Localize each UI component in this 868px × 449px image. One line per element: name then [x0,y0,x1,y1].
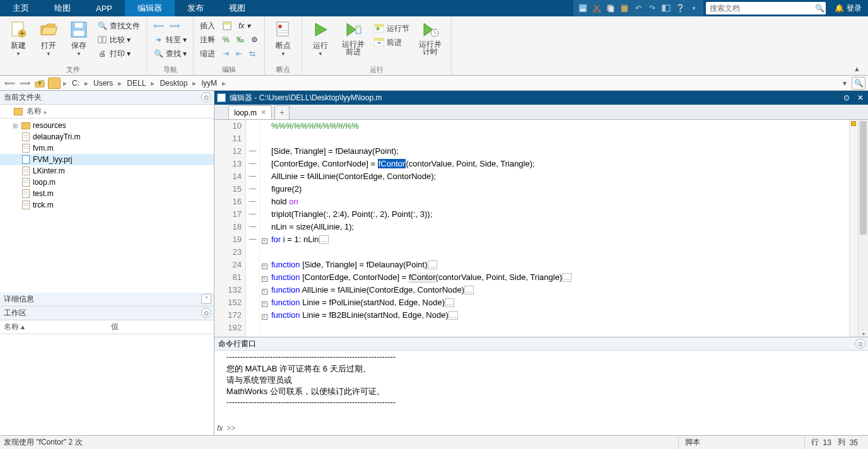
ws-col-name[interactable]: 名称 ▴ [0,320,107,334]
history-back-icon[interactable]: ⟸ [3,77,16,90]
search-input[interactable] [706,3,813,14]
file-tab-loop[interactable]: loop.m ✕ [228,105,272,119]
save-icon[interactable] [576,1,590,15]
folder-icon[interactable] [48,78,61,89]
message-bar[interactable] [849,120,858,337]
crumb-users[interactable]: Users [91,79,115,88]
up-folder-icon[interactable] [33,77,47,90]
goto-button[interactable]: ➜转至 ▾ [151,33,189,47]
file-item[interactable]: trck.m [0,199,214,211]
crumb-dell[interactable]: DELL [124,79,148,88]
scrollbar-thumb[interactable] [860,121,867,235]
fx-prompt-icon[interactable]: fx [217,424,223,433]
save-button[interactable]: 保存▼ [64,18,93,57]
details-collapse-icon[interactable]: ˄ [201,294,211,304]
section-icon[interactable] [223,21,232,30]
cmd-menu-icon[interactable]: ⊙ [855,339,865,349]
bell-icon[interactable]: 🔔 [835,4,844,13]
file-item[interactable]: loop.m [0,177,214,188]
undo-icon[interactable]: ↶ [631,1,645,15]
search-icon[interactable]: 🔍 [813,4,826,13]
file-item[interactable]: test.m [0,188,214,199]
tab-apps[interactable]: APP [83,0,125,16]
gear-icon[interactable]: ⚙ [251,35,258,44]
editor-menu-icon[interactable]: ⊙ [842,93,852,103]
run-button[interactable]: 运行▼ [306,18,335,57]
tab-view[interactable]: 视图 [216,0,258,16]
fold-toggle-icon[interactable]: + [262,264,267,269]
panel-menu-icon[interactable]: ⊙ [201,92,211,102]
fold-toggle-icon[interactable]: + [262,238,267,244]
file-item[interactable]: LKinter.m [0,165,214,177]
run-section-button[interactable]: 运行节 [372,21,412,35]
fold-gutter[interactable]: ++++++ [260,120,269,337]
editor-close-icon[interactable]: ✕ [855,93,865,103]
current-folder-header[interactable]: 当前文件夹 ⊙ [0,91,214,105]
insert-button[interactable]: 插入 fx ▾ [197,19,261,33]
help-icon[interactable]: ❔ [673,1,687,15]
file-item[interactable]: fvm.m [0,143,214,154]
vertical-scrollbar[interactable] [858,120,868,337]
workspace-header[interactable]: 工作区 ⊙ [0,306,214,320]
advance-button[interactable]: 前进 [372,35,412,49]
file-item[interactable]: ⊞resources [0,120,214,131]
code-area[interactable]: 10111213141516171819232481132152172192 —… [214,120,868,337]
redo-icon[interactable]: ↷ [645,1,659,15]
command-window[interactable]: ----------------------------------------… [214,351,868,421]
indent-right-icon[interactable]: ⇥ [223,49,229,58]
workspace-body[interactable] [0,334,214,435]
compare-button[interactable]: 比较 ▾ [95,33,143,47]
run-advance-button[interactable]: 运行并 前进 [336,18,370,55]
file-item[interactable]: delaunayTri.m [0,131,214,143]
fold-toggle-icon[interactable]: + [262,276,267,282]
fold-toggle-icon[interactable]: + [262,301,267,307]
fold-toggle-icon[interactable]: + [262,289,267,294]
new-tab-button[interactable]: ＋ [274,105,290,119]
comment-button[interactable]: 注释 % ‰ ⚙ [197,33,261,47]
nav-fwd-icon[interactable]: ⟹ [169,21,180,30]
crumb-c[interactable]: C: [69,79,82,88]
search-docs[interactable]: 🔍 [706,2,826,15]
line-gutter[interactable]: 10111213141516171819232481132152172192 [214,120,246,337]
crumb-desktop[interactable]: Desktop [157,79,190,88]
editor-title-bar[interactable]: 编辑器 - C:\Users\DELL\Desktop\lyyM\loop.m … [214,91,868,105]
copy-icon[interactable] [604,1,618,15]
file-tree[interactable]: ⊞resourcesdelaunayTri.mfvm.mFVM_lyy.prjL… [0,119,214,293]
open-button[interactable]: 打开▼ [34,18,63,57]
cut-icon[interactable] [590,1,604,15]
ws-col-value[interactable]: 值 [107,320,214,334]
fx-icon[interactable]: fx ▾ [238,21,250,30]
breakpoints-button[interactable]: 断点▼ [269,18,298,57]
tab-home[interactable]: 主页 [0,0,42,16]
tab-editor[interactable]: 编辑器 [125,0,175,16]
path-search-icon[interactable]: 🔍 [852,77,865,90]
find-button[interactable]: 🔍查找 ▾ [151,47,189,61]
code-text[interactable]: %%%%%%%%%%%%[Side, Triangle] = fDelaunay… [269,120,849,337]
path-dropdown-icon[interactable]: ▾ [839,79,850,88]
crumb-lyym[interactable]: lyyM [199,79,220,88]
details-header[interactable]: 详细信息 ˄ [0,293,214,306]
command-window-header[interactable]: 命令行窗口 ⊙ [214,337,868,351]
indent-left-icon[interactable]: ⇤ [236,49,242,58]
login-button[interactable]: 🔔 登录 [828,0,868,16]
percent-icon[interactable]: % [223,35,230,44]
ribbon-collapse-icon[interactable]: ▲ [455,65,864,75]
find-files-button[interactable]: 🔍查找文件 [95,19,143,33]
tab-close-icon[interactable]: ✕ [261,108,266,117]
history-fwd-icon[interactable]: ⟹ [18,77,32,90]
fold-toggle-icon[interactable]: + [262,314,267,320]
new-button[interactable]: 新建▼ [4,18,33,57]
permille-icon[interactable]: ‰ [237,35,244,44]
panel-menu-icon-2[interactable]: ⊙ [201,308,211,318]
indent-button[interactable]: 缩进 ⇥ ⇤ ⇆ [197,47,261,61]
toggle-icon[interactable] [659,1,673,15]
warning-indicator-icon[interactable] [851,121,856,126]
qat-dropdown-icon[interactable]: ▼ [687,1,701,15]
paste-icon[interactable] [618,1,631,15]
file-item[interactable]: FVM_lyy.prj [0,154,214,165]
print-button[interactable]: 🖨打印 ▾ [95,47,143,61]
command-prompt[interactable]: fx >> [214,421,868,435]
file-list-header[interactable]: 名称 ▴ [0,105,214,119]
tab-publish[interactable]: 发布 [175,0,216,16]
nav-back-icon[interactable]: ⟸ [153,21,164,30]
